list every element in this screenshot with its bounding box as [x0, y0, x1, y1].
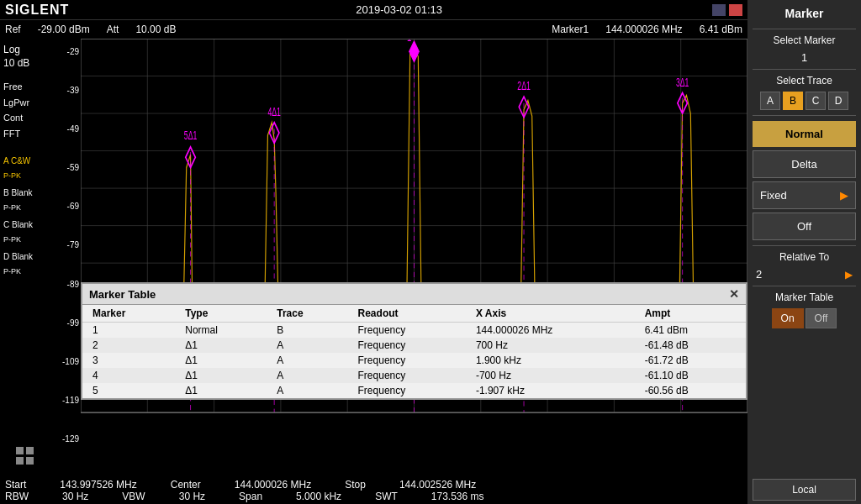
svg-text:5Δ1: 5Δ1 — [184, 129, 197, 141]
fixed-button[interactable]: Fixed ▶ — [753, 181, 856, 209]
xaxis-cell-1: 700 Hz — [466, 338, 635, 353]
col-xaxis: X Axis — [466, 305, 635, 323]
marker-table-title: Marker Table — [89, 288, 156, 301]
readout-cell-2: Frequency — [348, 353, 466, 368]
svg-text:1: 1 — [407, 39, 411, 45]
off-button[interactable]: Off — [753, 213, 856, 240]
left-side-info: Log 10 dB Free LgPwr Cont FFT A C&W P-PK… — [0, 39, 50, 477]
trace-cell-2: A — [267, 353, 347, 368]
stop-label: Stop — [345, 479, 366, 491]
xaxis-cell-2: 1.900 kHz — [466, 353, 635, 368]
icon-left — [712, 4, 726, 16]
mt-off-button[interactable]: Off — [806, 308, 837, 328]
span-value: 5.000 kHz — [296, 491, 341, 502]
select-trace-label: Select Trace — [753, 75, 856, 87]
y-label-8: -109 — [50, 357, 79, 366]
select-marker-label: Select Marker — [753, 34, 856, 46]
table-row: 3 Δ1 A Frequency 1.900 kHz -61.72 dB — [82, 353, 746, 368]
trace-c-mode: Blank — [12, 220, 33, 229]
mode-free: Free — [3, 79, 47, 95]
marker-cell-3: 4 — [82, 368, 175, 383]
fixed-label: Fixed — [760, 189, 787, 202]
table-row: 1 Normal B Frequency 144.000026 MHz 6.41… — [82, 323, 746, 339]
table-row: 5 Δ1 A Frequency -1.907 kHz -60.56 dB — [82, 383, 746, 398]
grid-icon[interactable] — [16, 447, 34, 465]
marker-table-body: Marker Type Trace Readout X Axis Ampt 1 — [82, 305, 746, 398]
swt-value: 173.536 ms — [431, 491, 484, 502]
mode-cont: Cont — [3, 110, 47, 126]
trace-btn-a[interactable]: A — [760, 92, 780, 110]
readout-cell-4: Frequency — [348, 383, 466, 398]
col-type: Type — [175, 305, 267, 323]
marker-cell-0: 1 — [82, 323, 175, 339]
ref-label: Ref — [5, 24, 21, 35]
y-label-6: -89 — [50, 280, 79, 289]
scale-type: Log — [3, 44, 47, 55]
mode-lgpwr: LgPwr — [3, 95, 47, 111]
trace-cell-3: A — [267, 368, 347, 383]
trace-btn-b[interactable]: B — [783, 92, 803, 110]
normal-button[interactable]: Normal — [753, 121, 856, 147]
mode-fft: FFT — [3, 126, 47, 142]
trace-labels: A C&W P-PK B Blank P-PK C Blank P-PK D B… — [3, 154, 47, 279]
trace-btn-d[interactable]: D — [828, 92, 848, 110]
trace-d-det: P-PK — [3, 265, 47, 278]
topbar: SIGLENT 2019-03-02 01:13 — [0, 0, 747, 20]
chart-container: Log 10 dB Free LgPwr Cont FFT A C&W P-PK… — [0, 39, 747, 477]
marker-table-close-button[interactable]: ✕ — [729, 287, 739, 301]
table-row: 4 Δ1 A Frequency -700 Hz -61.10 dB — [82, 368, 746, 383]
vbw-value: 30 Hz — [179, 491, 205, 502]
xaxis-cell-0: 144.000026 MHz — [466, 323, 635, 339]
marker-cell-2: 3 — [82, 353, 175, 368]
xaxis-cell-3: -700 Hz — [466, 368, 635, 383]
trace-d-label: D — [3, 252, 9, 261]
start-value: 143.997526 MHz — [60, 479, 136, 491]
type-cell-0: Normal — [175, 323, 267, 339]
fixed-arrow-icon: ▶ — [840, 189, 848, 202]
y-axis-labels: -29 -39 -49 -59 -69 -79 -89 -99 -109 -11… — [50, 39, 81, 477]
marker1-ampt: 6.41 dBm — [700, 24, 742, 35]
att-value: 10.00 dB — [135, 24, 176, 35]
relative-to-arrow-icon: ▶ — [845, 269, 853, 281]
mt-on-button[interactable]: On — [772, 308, 804, 328]
span-label: Span — [239, 491, 262, 502]
datetime-display: 2019-03-02 01:13 — [86, 3, 712, 16]
svg-text:4Δ1: 4Δ1 — [267, 106, 280, 118]
type-cell-3: Δ1 — [175, 368, 267, 383]
trace-buttons-row: A B C D — [753, 92, 856, 110]
readout-cell-1: Frequency — [348, 338, 466, 353]
rbw-label: RBW — [5, 491, 29, 502]
start-label: Start — [5, 479, 26, 491]
local-button[interactable]: Local — [753, 479, 856, 501]
trace-b-label: B — [3, 188, 9, 197]
icon-right — [729, 4, 742, 16]
marker-table: Marker Table ✕ Marker Type Trace Readout — [81, 282, 747, 400]
trace-cell-4: A — [267, 383, 347, 398]
ampt-cell-1: -61.48 dB — [635, 338, 746, 353]
att-label: Att — [107, 24, 119, 35]
spectrum-chart: 1 2Δ1 3Δ1 4Δ1 5Δ1 — [81, 39, 747, 477]
center-value: 144.000026 MHz — [235, 479, 311, 491]
readout-cell-0: Frequency — [348, 323, 466, 339]
delta-button[interactable]: Delta — [753, 150, 856, 178]
trace-c-label: C — [3, 220, 9, 229]
y-label-5: -79 — [50, 240, 79, 249]
mode-labels: Free LgPwr Cont FFT — [3, 79, 47, 142]
xaxis-cell-4: -1.907 kHz — [466, 383, 635, 398]
type-cell-1: Δ1 — [175, 338, 267, 353]
trace-c-section: C Blank — [3, 218, 47, 233]
trace-btn-c[interactable]: C — [806, 92, 826, 110]
trace-b-section: B Blank — [3, 186, 47, 201]
trace-cell-0: B — [267, 323, 347, 339]
trace-d-section: D Blank — [3, 249, 47, 265]
bottom-row-1: Start 143.997526 MHz Center 144.000026 M… — [5, 479, 742, 491]
ampt-cell-2: -61.72 dB — [635, 353, 746, 368]
rbw-value: 30 Hz — [62, 491, 88, 502]
trace-a-label: A C&W — [3, 154, 47, 169]
y-label-7: -99 — [50, 318, 79, 328]
trace-a-det: P-PK — [3, 169, 47, 182]
scale-div: 10 dB — [3, 57, 47, 69]
marker-table-label: Marker Table — [753, 291, 856, 303]
relative-to-value: 2 — [756, 268, 762, 281]
rp-title: Marker — [753, 3, 856, 24]
